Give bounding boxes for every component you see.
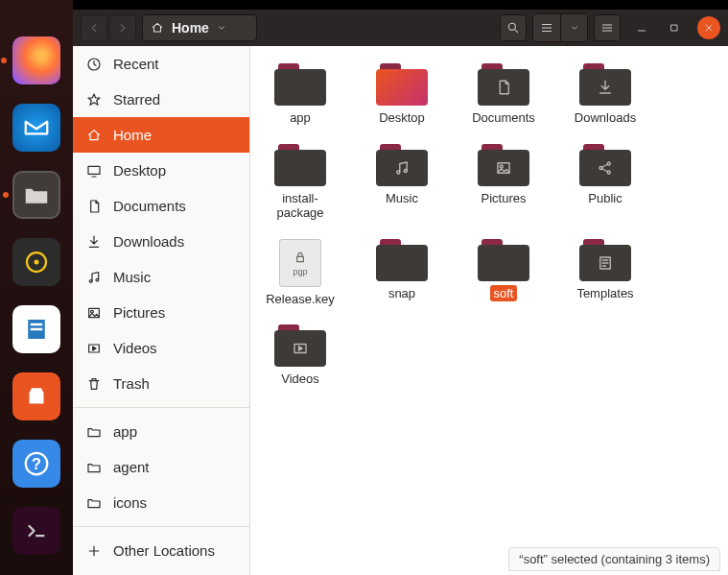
folder-icon: > xyxy=(579,144,631,186)
sidebar-item-label: Downloads xyxy=(113,233,184,250)
file-install-package[interactable]: install-package xyxy=(262,144,339,222)
svg-point-14 xyxy=(91,310,94,313)
back-button[interactable] xyxy=(81,14,107,41)
file-templates[interactable]: >Templates xyxy=(567,239,644,308)
file-label: Documents xyxy=(468,109,539,127)
dock-help[interactable]: ? xyxy=(12,440,60,488)
folder-icon xyxy=(376,63,428,106)
file-app[interactable]: app xyxy=(262,63,339,127)
file-documents[interactable]: >Documents xyxy=(465,63,542,127)
folder-icon: > xyxy=(579,63,631,106)
sidebar-item-label: Pictures xyxy=(113,304,165,321)
dock-terminal[interactable] xyxy=(12,507,60,555)
sidebar-item-icons[interactable]: icons xyxy=(73,485,249,520)
sidebar-item-label: Home xyxy=(113,127,152,143)
file-label: Public xyxy=(584,190,625,207)
file-pictures[interactable]: >Pictures xyxy=(465,144,542,222)
svg-point-12 xyxy=(96,278,99,281)
folder-icon: > xyxy=(376,144,428,186)
svg-point-16 xyxy=(397,171,400,174)
view-options-button[interactable] xyxy=(560,14,587,41)
dock-ubuntu-software[interactable] xyxy=(12,372,60,420)
file-label: install-package xyxy=(262,190,339,222)
sidebar-item-documents[interactable]: Documents xyxy=(73,188,249,224)
svg-point-17 xyxy=(404,169,407,172)
close-button[interactable] xyxy=(697,16,720,39)
dock-rhythmbox[interactable] xyxy=(12,238,60,286)
file-label: Pictures xyxy=(478,190,530,207)
sidebar-item-starred[interactable]: Starred xyxy=(73,82,249,117)
path-label: Home xyxy=(172,20,209,36)
svg-point-7 xyxy=(508,23,515,30)
file-videos[interactable]: >Videos xyxy=(262,324,339,388)
dock-libreoffice-writer[interactable] xyxy=(12,305,60,353)
folder-icon xyxy=(478,239,529,281)
file-icon: pgp xyxy=(279,239,321,287)
svg-point-1 xyxy=(35,260,39,265)
path-bar[interactable]: Home xyxy=(142,14,257,41)
folder-icon xyxy=(274,144,326,186)
sidebar-item-videos[interactable]: Videos xyxy=(73,330,249,366)
file-grid[interactable]: appDesktop>Documents>Downloadsinstall-pa… xyxy=(250,46,728,575)
svg-point-11 xyxy=(89,279,92,282)
sidebar-item-music[interactable]: Music xyxy=(73,259,249,295)
sidebar-other-locations[interactable]: Other Locations xyxy=(73,533,249,568)
sidebar-item-label: Music xyxy=(113,269,151,285)
folder-icon xyxy=(376,239,428,281)
forward-button[interactable] xyxy=(109,14,136,41)
svg-text:?: ? xyxy=(32,455,41,472)
dock-files[interactable] xyxy=(12,171,60,219)
svg-rect-23 xyxy=(297,256,304,261)
status-bar: “soft” selected (containing 3 items) xyxy=(508,547,720,571)
svg-rect-10 xyxy=(88,166,100,174)
sidebar-item-app[interactable]: app xyxy=(73,414,249,449)
sidebar-item-label: Recent xyxy=(113,56,159,72)
sidebar-item-desktop[interactable]: Desktop xyxy=(73,153,249,188)
sidebar-item-label: app xyxy=(113,423,137,440)
sidebar-item-label: Videos xyxy=(113,340,157,356)
sidebar-item-label: Starred xyxy=(113,91,160,108)
list-view-button[interactable] xyxy=(533,14,560,41)
file-desktop[interactable]: Desktop xyxy=(364,63,440,127)
sidebar-item-downloads[interactable]: Downloads xyxy=(73,224,249,259)
dock-firefox[interactable] xyxy=(12,36,60,84)
sidebar-item-label: Other Locations xyxy=(113,542,215,559)
file-label: Templates xyxy=(573,285,637,302)
file-label: Release.key xyxy=(262,291,339,308)
folder-icon: > xyxy=(478,144,529,186)
file-label: app xyxy=(286,109,315,127)
svg-rect-4 xyxy=(31,328,43,331)
sidebar-item-label: icons xyxy=(113,494,147,511)
file-soft[interactable]: soft xyxy=(465,239,542,308)
files-window: Home RecentStarredHomeDesktopDocumentsDo… xyxy=(73,10,728,575)
file-label: Videos xyxy=(277,371,323,388)
file-snap[interactable]: snap xyxy=(364,239,440,308)
sidebar-item-trash[interactable]: Trash xyxy=(73,366,249,401)
view-mode-group xyxy=(532,13,588,42)
file-label: Music xyxy=(382,190,422,207)
file-release-key[interactable]: pgpRelease.key xyxy=(262,239,339,308)
hamburger-menu-button[interactable] xyxy=(594,14,621,41)
sidebar-item-agent[interactable]: agent xyxy=(73,449,249,485)
svg-rect-3 xyxy=(31,323,43,326)
sidebar-item-recent[interactable]: Recent xyxy=(73,46,249,82)
file-downloads[interactable]: >Downloads xyxy=(567,63,644,127)
content-area: RecentStarredHomeDesktopDocumentsDownloa… xyxy=(73,46,728,575)
titlebar: Home xyxy=(73,10,728,46)
dock-thunderbird[interactable] xyxy=(12,104,60,152)
maximize-button[interactable] xyxy=(663,16,686,39)
folder-icon: > xyxy=(478,63,529,106)
file-public[interactable]: >Public xyxy=(567,144,644,222)
nav-group xyxy=(81,14,136,41)
folder-icon: > xyxy=(579,239,631,281)
sidebar: RecentStarredHomeDesktopDocumentsDownloa… xyxy=(73,46,250,575)
sidebar-item-pictures[interactable]: Pictures xyxy=(73,295,249,330)
sidebar-item-label: Trash xyxy=(113,375,150,392)
minimize-button[interactable] xyxy=(630,16,653,39)
search-button[interactable] xyxy=(500,14,527,41)
file-label: Desktop xyxy=(375,109,429,127)
sidebar-item-home[interactable]: Home xyxy=(73,117,249,153)
chevron-down-icon xyxy=(217,23,226,33)
file-music[interactable]: >Music xyxy=(364,144,440,222)
file-label: Downloads xyxy=(571,109,640,127)
